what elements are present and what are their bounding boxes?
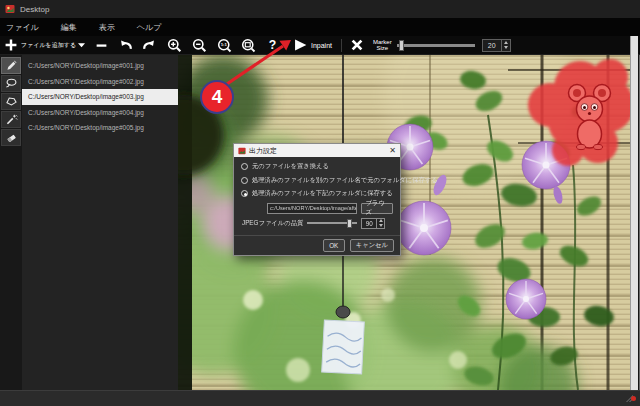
marker-tool-button[interactable] [1, 57, 21, 74]
flower-bottom [506, 279, 546, 319]
undo-button[interactable] [119, 38, 133, 52]
lasso-icon [5, 77, 18, 90]
zoom-actual-icon: 1:1 [217, 38, 232, 53]
file-list-item[interactable]: C:/Users/NORY/Desktop/image#001.jpg [22, 58, 178, 74]
help-icon: ? [266, 38, 279, 52]
plus-icon [4, 38, 18, 52]
jpeg-quality-slider[interactable] [307, 219, 357, 228]
redo-button[interactable] [142, 38, 156, 52]
menu-file[interactable]: ファイル [6, 22, 39, 33]
cancel-button[interactable]: キャンセル [350, 239, 394, 252]
jpeg-quality-row: JPEGファイルの品質 90 [242, 218, 393, 229]
magic-wand-tool-button[interactable] [1, 111, 21, 128]
marker-size-slider[interactable] [397, 40, 475, 51]
polygon-lasso-icon [5, 95, 18, 108]
dialog-footer: OK キャンセル [234, 235, 400, 255]
app-window: Desktop ファイル 編集 表示 ヘルプ ファイルを追加する [0, 0, 640, 406]
eraser-tool-button[interactable] [1, 129, 21, 146]
zoom-fit-button[interactable] [241, 38, 256, 53]
redo-icon [142, 38, 156, 52]
slider-thumb[interactable] [399, 40, 404, 51]
menu-bar: ファイル 編集 表示 ヘルプ [0, 18, 640, 36]
inpaint-button[interactable] [293, 38, 308, 52]
dialog-close-icon[interactable]: ✕ [389, 147, 396, 155]
flower-large [397, 201, 451, 255]
radio-save-to-folder-below[interactable]: 処理済みのファイルを下記のフォルダに保存する [241, 189, 393, 198]
step-4-badge: 4 [200, 80, 234, 114]
svg-text:1:1: 1:1 [221, 42, 228, 47]
output-path-row: c:/Users/NORY/Desktop/image/after ブラウズ [267, 203, 393, 214]
file-list-item[interactable]: C:/Users/NORY/Desktop/image#005.jpg [22, 120, 178, 136]
radio-icon-selected[interactable] [241, 190, 248, 197]
inpaint-label[interactable]: Inpaint [311, 42, 332, 49]
zoom-in-icon [167, 38, 182, 53]
dialog-body: 元のファイルを置き換える 処理済みのファイルを別のファイル名で元のフォルダに保存… [234, 157, 400, 255]
marker-pencil-icon [5, 59, 18, 72]
output-folder-field[interactable]: c:/Users/NORY/Desktop/image/after [267, 203, 357, 214]
toolbar-separator [341, 39, 342, 52]
zoom-fit-icon [241, 38, 256, 53]
slider-track[interactable] [397, 44, 475, 47]
file-list-item[interactable]: C:/Users/NORY/Desktop/image#002.jpg [22, 74, 178, 90]
vertical-scrollbar[interactable] [630, 36, 638, 390]
tool-sidebar [0, 55, 22, 390]
add-file-label[interactable]: ファイルを追加する [21, 41, 76, 50]
corner-red-dot [631, 396, 636, 401]
status-bar [0, 390, 640, 406]
file-list-item[interactable]: C:/Users/NORY/Desktop/image#004.jpg [22, 105, 178, 121]
file-list-panel: C:/Users/NORY/Desktop/image#001.jpg C:/U… [22, 55, 178, 390]
marker-size-spinbox[interactable]: 20 [482, 39, 511, 52]
play-icon [293, 38, 308, 52]
toolbar: ファイルを追加する [0, 36, 640, 55]
dialog-title-bar[interactable]: 出力設定 ✕ [234, 144, 400, 157]
help-button[interactable]: ? [266, 38, 279, 52]
menu-edit[interactable]: 編集 [61, 22, 77, 33]
magic-wand-icon [5, 113, 18, 126]
marker-size-value[interactable]: 20 [483, 40, 501, 51]
radio-overwrite-original[interactable]: 元のファイルを置き換える [241, 162, 393, 171]
eraser-icon [5, 131, 18, 144]
app-icon [5, 4, 15, 14]
title-bar: Desktop [0, 0, 640, 18]
radio-icon[interactable] [241, 177, 248, 184]
add-file-button[interactable] [4, 38, 18, 52]
remove-file-button[interactable] [95, 39, 108, 52]
menu-view[interactable]: 表示 [99, 22, 115, 33]
clear-marks-button[interactable] [350, 38, 364, 52]
spin-arrows[interactable] [376, 219, 384, 228]
svg-text:?: ? [269, 38, 276, 52]
dialog-title: 出力設定 [249, 146, 386, 156]
marker-size-label: Marker Size [373, 39, 392, 51]
undo-icon [119, 38, 133, 52]
dialog-app-icon [238, 147, 246, 155]
slider-thumb[interactable] [347, 219, 352, 228]
radio-icon[interactable] [241, 163, 248, 170]
jpeg-quality-value[interactable]: 90 [362, 219, 376, 228]
spin-down[interactable] [502, 45, 510, 51]
jpeg-quality-label: JPEGファイルの品質 [242, 219, 303, 228]
ok-button[interactable]: OK [323, 239, 345, 252]
file-list-item-selected[interactable]: C:/Users/NORY/Desktop/image#003.jpg [22, 89, 178, 105]
minus-icon [95, 39, 108, 52]
lasso-tool-button[interactable] [1, 75, 21, 92]
zoom-out-button[interactable] [192, 38, 207, 53]
polygon-lasso-tool-button[interactable] [1, 93, 21, 110]
jpeg-quality-spinbox[interactable]: 90 [361, 218, 385, 229]
output-settings-dialog: 出力設定 ✕ 元のファイルを置き換える 処理済みのファイルを別のファイル名で元の… [233, 143, 401, 256]
menu-help[interactable]: ヘルプ [137, 22, 162, 33]
window-title: Desktop [20, 5, 49, 14]
close-x-icon [350, 38, 364, 52]
zoom-actual-button[interactable]: 1:1 [217, 38, 232, 53]
spin-down[interactable] [377, 223, 384, 228]
browse-button[interactable]: ブラウズ [361, 203, 393, 214]
chevron-down-icon[interactable] [78, 43, 85, 48]
radio-save-renamed-same-folder[interactable]: 処理済みのファイルを別のファイル名で元のフォルダに保存する [241, 176, 393, 185]
zoom-out-icon [192, 38, 207, 53]
zoom-in-button[interactable] [167, 38, 182, 53]
spin-arrows[interactable] [501, 40, 510, 51]
